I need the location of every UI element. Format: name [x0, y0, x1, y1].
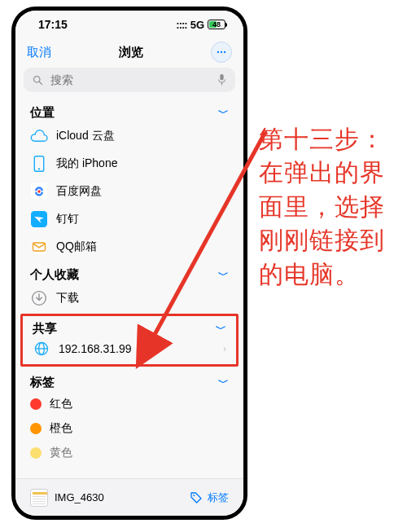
location-baidu[interactable]: 百度网盘 [15, 178, 243, 205]
tag-dot-icon [30, 398, 42, 410]
location-icloud[interactable]: iCloud 云盘 [15, 122, 243, 150]
search-wrap [15, 68, 243, 99]
row-label: 我的 iPhone [56, 156, 229, 171]
download-icon [30, 289, 48, 307]
cancel-button[interactable]: 取消 [27, 45, 51, 60]
svg-point-8 [38, 168, 40, 169]
section-title: 标签 [30, 375, 55, 390]
browse-list: 位置 ﹀ iCloud 云盘 我的 iPhone 百度网盘 钉钉 QQ邮箱 个人… [15, 99, 243, 478]
highlight-box: 共享 ﹀ 192.168.31.99 › [20, 314, 239, 367]
chevron-down-icon: ﹀ [218, 376, 229, 390]
status-time: 17:15 [38, 18, 68, 31]
battery-icon: 48 [208, 20, 225, 29]
tags-button[interactable]: 标签 [190, 490, 229, 505]
section-title: 位置 [30, 105, 55, 121]
qqmail-icon [30, 238, 48, 256]
row-label: 钉钉 [56, 212, 229, 226]
section-shared[interactable]: 共享 ﹀ [23, 316, 236, 336]
svg-point-3 [34, 76, 41, 82]
svg-line-4 [39, 81, 42, 84]
tag-orange[interactable]: 橙色 [15, 416, 243, 441]
row-label: 192.168.31.99 [59, 342, 215, 355]
svg-point-0 [217, 51, 219, 53]
tag-icon [190, 491, 203, 504]
location-dingtalk[interactable]: 钉钉 [15, 205, 243, 233]
chevron-down-icon: ﹀ [218, 268, 229, 283]
svg-point-2 [224, 51, 225, 53]
status-bar: 17:15 :::: 5G 48 [15, 11, 243, 38]
bottom-bar: IMG_4630 标签 [15, 478, 243, 516]
mic-icon[interactable] [217, 73, 227, 86]
chevron-down-icon: ﹀ [218, 106, 229, 121]
section-favorites[interactable]: 个人收藏 ﹀ [15, 261, 243, 284]
baidu-pan-icon [30, 182, 48, 200]
recent-file[interactable]: IMG_4630 [30, 489, 104, 507]
svg-point-10 [37, 190, 40, 192]
section-tags[interactable]: 标签 ﹀ [15, 368, 243, 392]
tag-dot-icon [30, 423, 42, 434]
search-icon [32, 74, 44, 86]
signal-icon: :::: [176, 19, 186, 31]
cloud-icon [30, 127, 48, 145]
more-button[interactable] [211, 42, 232, 63]
globe-icon [33, 340, 50, 358]
row-label: 下载 [56, 291, 229, 306]
chevron-down-icon: ﹀ [216, 322, 226, 336]
file-name: IMG_4630 [55, 491, 104, 503]
svg-rect-5 [220, 74, 223, 80]
search-input[interactable] [50, 73, 210, 86]
shared-server[interactable]: 192.168.31.99 › [23, 336, 236, 361]
row-label: 橙色 [50, 421, 229, 436]
search-field[interactable] [24, 68, 235, 92]
location-qqmail[interactable]: QQ邮箱 [15, 233, 243, 261]
file-thumb-icon [30, 489, 48, 507]
favorite-downloads[interactable]: 下载 [15, 284, 243, 312]
tag-red[interactable]: 红色 [15, 392, 243, 416]
status-network: 5G [190, 19, 204, 31]
tag-dot-icon [30, 447, 42, 459]
row-label: 红色 [50, 397, 229, 411]
location-iphone[interactable]: 我的 iPhone [15, 150, 243, 178]
row-label: iCloud 云盘 [56, 129, 229, 143]
dingtalk-icon [30, 210, 48, 228]
section-locations[interactable]: 位置 ﹀ [15, 99, 243, 122]
chevron-right-icon: › [223, 343, 226, 354]
section-title: 共享 [33, 321, 57, 336]
annotation-text: 第十三步：在弹出的界面里，选择刚刚链接到的电脑。 [259, 122, 402, 291]
page-title: 浏览 [119, 45, 143, 60]
iphone-icon [30, 155, 48, 173]
row-label: 百度网盘 [56, 184, 229, 199]
tag-yellow[interactable]: 黄色 [15, 441, 243, 465]
row-label: QQ邮箱 [56, 240, 229, 254]
tags-label: 标签 [208, 490, 229, 505]
svg-point-18 [193, 495, 195, 496]
phone-frame: 17:15 :::: 5G 48 取消 浏览 位置 ﹀ [11, 7, 247, 520]
svg-point-1 [221, 51, 222, 53]
row-label: 黄色 [50, 446, 229, 460]
header: 取消 浏览 [15, 38, 243, 68]
ellipsis-icon [216, 46, 227, 58]
section-title: 个人收藏 [30, 267, 79, 283]
